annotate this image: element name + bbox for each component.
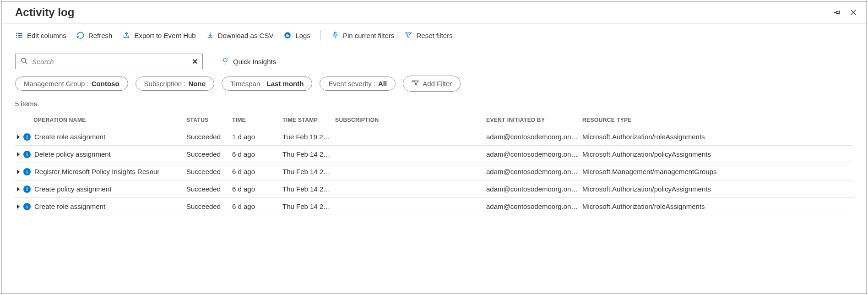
cell-operation: Create policy assignment	[34, 185, 111, 193]
reset-filters-icon	[404, 31, 412, 39]
cell-time: 1 d ago	[230, 133, 281, 141]
cell-initiated-by: adam@contosodemoorg.on…	[484, 133, 580, 141]
reset-filters-button[interactable]: Reset filters	[404, 31, 452, 39]
cell-initiated-by: adam@contosodemoorg.on…	[484, 150, 580, 158]
filter-event-severity[interactable]: Event severity : All	[320, 76, 396, 91]
svg-rect-1	[18, 33, 22, 34]
cell-status: Succeeded	[184, 168, 230, 175]
filter-value: Last month	[267, 80, 304, 87]
cell-status: Succeeded	[184, 133, 230, 141]
table-row[interactable]: iCreate role assignmentSucceeded6 d agoT…	[15, 198, 853, 215]
cell-timestamp: Thu Feb 14 2…	[281, 185, 333, 193]
filter-label: Subscription :	[144, 80, 186, 87]
table-row[interactable]: iCreate role assignmentSucceeded1 d agoT…	[15, 128, 853, 146]
svg-rect-3	[18, 35, 22, 36]
add-filter-icon	[412, 79, 420, 88]
filter-timespan[interactable]: Timespan : Last month	[222, 76, 312, 91]
edit-columns-button[interactable]: Edit columns	[15, 31, 66, 39]
col-resource-type[interactable]: RESOURCE TYPE	[580, 117, 853, 123]
clear-search-icon[interactable]: ✕	[192, 57, 198, 66]
logs-label: Logs	[295, 32, 310, 39]
quick-insights-button[interactable]: Quick Insights	[221, 57, 276, 66]
expand-row-icon[interactable]	[17, 152, 20, 157]
filter-label: Timespan :	[230, 80, 264, 87]
svg-rect-4	[16, 37, 17, 38]
blade-title-actions	[833, 8, 857, 16]
command-bar: Edit columns Refresh Export to Event Hub…	[1, 24, 867, 47]
col-status[interactable]: STATUS	[184, 117, 230, 123]
activity-log-table: OPERATION NAME STATUS TIME TIME STAMP SU…	[15, 112, 853, 215]
cell-time: 6 d ago	[230, 185, 281, 193]
refresh-label: Refresh	[88, 32, 113, 39]
pin-icon[interactable]	[833, 8, 841, 16]
filter-value: All	[378, 80, 387, 87]
quick-insights-label: Quick Insights	[233, 58, 276, 66]
blade-header: Activity log	[1, 1, 867, 24]
col-subscription[interactable]: SUBSCRIPTION	[333, 117, 484, 123]
cell-timestamp: Thu Feb 14 2…	[281, 150, 333, 158]
item-count: 5 items.	[1, 97, 867, 112]
search-row: ✕ Quick Insights	[1, 47, 867, 74]
svg-rect-2	[16, 35, 17, 36]
reset-filters-label: Reset filters	[416, 32, 452, 39]
lightbulb-icon	[221, 57, 229, 66]
cell-status: Succeeded	[184, 150, 230, 158]
status-info-icon: i	[23, 203, 31, 210]
col-initiated-by[interactable]: EVENT INITIATED BY	[484, 117, 580, 123]
col-timestamp[interactable]: TIME STAMP	[281, 117, 333, 123]
cell-resource-type: Microsoft.Authorization/roleAssignments	[580, 202, 853, 210]
svg-point-11	[223, 58, 227, 62]
cell-timestamp: Thu Feb 14 2…	[281, 202, 333, 210]
cell-initiated-by: adam@contosodemoorg.on…	[484, 202, 580, 210]
table-row[interactable]: iDelete policy assignmentSucceeded6 d ag…	[15, 146, 853, 163]
activity-log-blade: Activity log Edit columns Refresh	[1, 1, 867, 294]
svg-rect-8	[288, 34, 288, 37]
logs-button[interactable]: Logs	[283, 31, 310, 39]
filter-management-group[interactable]: Management Group : Contoso	[15, 76, 128, 91]
svg-point-10	[22, 58, 26, 62]
filter-bar: Management Group : Contoso Subscription …	[1, 74, 867, 97]
svg-rect-0	[16, 33, 17, 34]
add-filter-button[interactable]: Add Filter	[403, 76, 461, 92]
download-csv-button[interactable]: Download as CSV	[206, 31, 274, 39]
search-icon	[20, 57, 28, 66]
filter-label: Event severity :	[328, 80, 375, 87]
filter-subscription[interactable]: Subscription : None	[136, 76, 214, 91]
cell-time: 6 d ago	[230, 150, 281, 158]
filter-value: None	[188, 80, 206, 87]
search-input[interactable]	[32, 58, 188, 66]
table-row[interactable]: iCreate policy assignmentSucceeded6 d ag…	[15, 180, 853, 198]
filter-value: Contoso	[92, 80, 119, 87]
table-body: iCreate role assignmentSucceeded1 d agoT…	[15, 128, 853, 215]
pin-filters-button[interactable]: Pin current filters	[331, 31, 395, 39]
export-button[interactable]: Export to Event Hub	[122, 31, 195, 39]
col-time[interactable]: TIME	[230, 117, 281, 123]
refresh-icon	[76, 31, 85, 39]
cell-resource-type: Microsoft.Authorization/policyAssignment…	[580, 185, 853, 193]
cell-operation: Register Microsoft Policy Insights Resou…	[34, 168, 159, 175]
expand-row-icon[interactable]	[17, 187, 20, 191]
cell-resource-type: Microsoft.Management/managementGroups	[580, 168, 853, 175]
export-label: Export to Event Hub	[134, 32, 195, 39]
list-icon	[15, 31, 23, 39]
expand-row-icon[interactable]	[17, 169, 20, 174]
expand-row-icon[interactable]	[17, 204, 20, 209]
col-operation[interactable]: OPERATION NAME	[15, 117, 184, 123]
add-filter-label: Add Filter	[423, 80, 452, 87]
search-box: ✕	[15, 54, 203, 69]
svg-rect-5	[18, 37, 22, 38]
cell-initiated-by: adam@contosodemoorg.on…	[484, 185, 580, 193]
status-info-icon: i	[23, 168, 31, 175]
expand-row-icon[interactable]	[17, 135, 20, 139]
cell-time: 6 d ago	[230, 202, 281, 210]
cell-status: Succeeded	[184, 185, 230, 193]
status-info-icon: i	[23, 133, 31, 141]
refresh-button[interactable]: Refresh	[76, 31, 113, 39]
cell-operation: Create role assignment	[34, 133, 105, 141]
edit-columns-label: Edit columns	[27, 32, 66, 39]
close-icon[interactable]	[849, 8, 857, 16]
page-title: Activity log	[15, 6, 74, 19]
toolbar-divider	[320, 30, 321, 40]
download-icon	[206, 31, 214, 39]
table-row[interactable]: iRegister Microsoft Policy Insights Reso…	[15, 163, 853, 180]
